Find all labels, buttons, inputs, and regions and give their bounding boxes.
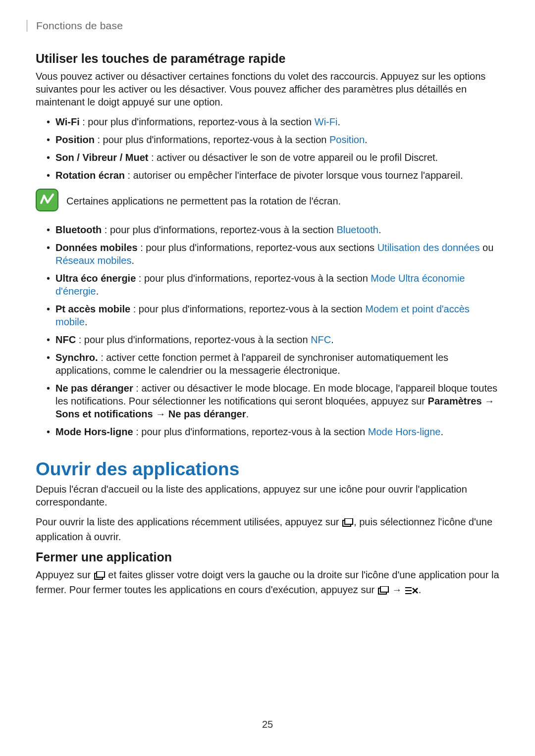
item-label: Rotation écran — [55, 170, 125, 181]
item-label: Bluetooth — [55, 224, 102, 235]
note-text: Certaines applications ne permettent pas… — [66, 189, 341, 207]
list-item: Rotation écran : autoriser ou empêcher l… — [47, 169, 499, 182]
page: Fonctions de base Utiliser les touches d… — [0, 0, 535, 756]
item-label: NFC — [55, 334, 76, 345]
note-icon — [36, 189, 58, 213]
item-text: : autoriser ou empêcher l'interface de p… — [125, 170, 463, 181]
item-text: : pour plus d'informations, reportez-vou… — [95, 134, 329, 145]
open-apps-paragraph-1: Depuis l'écran d'accueil ou la liste des… — [36, 483, 499, 508]
text-arrow: → — [389, 584, 405, 595]
svg-rect-6 — [380, 586, 388, 592]
list-item: Bluetooth : pour plus d'informations, re… — [47, 223, 499, 236]
text-fragment: . — [419, 584, 422, 595]
item-label: Position — [55, 134, 95, 145]
heading-quick-settings: Utiliser les touches de paramétrage rapi… — [36, 51, 499, 66]
item-end: . — [85, 316, 88, 327]
recent-apps-icon — [94, 571, 106, 582]
recent-apps-icon — [377, 586, 389, 597]
text-fragment: et faites glisser votre doigt vers la ga… — [36, 569, 499, 595]
list-quick-settings-1: Wi-Fi : pour plus d'informations, report… — [47, 115, 499, 182]
list-item: Synchro. : activer cette fonction permet… — [47, 351, 499, 377]
link-nfc[interactable]: NFC — [311, 334, 331, 345]
item-end: . — [96, 286, 99, 297]
list-item: NFC : pour plus d'informations, reportez… — [47, 333, 499, 346]
item-label: Ultra éco énergie — [55, 273, 136, 284]
link-airplane-mode[interactable]: Mode Hors-ligne — [368, 426, 441, 437]
intro-paragraph: Vous pouvez activer ou désactiver certai… — [36, 70, 499, 108]
running-head: Fonctions de base — [27, 20, 499, 32]
item-text: : pour plus d'informations, reportez-vou… — [138, 242, 377, 253]
item-mid: ou — [480, 242, 493, 253]
list-quick-settings-2: Bluetooth : pour plus d'informations, re… — [47, 223, 499, 438]
item-text: : pour plus d'informations, reportez-vou… — [102, 224, 336, 235]
item-label: Données mobiles — [55, 242, 138, 253]
item-text: : pour plus d'informations, reportez-vou… — [136, 273, 371, 284]
list-item: Position : pour plus d'informations, rep… — [47, 133, 499, 146]
link-bluetooth[interactable]: Bluetooth — [336, 224, 378, 235]
link-wifi[interactable]: Wi-Fi — [315, 116, 338, 127]
heading-open-apps: Ouvrir des applications — [36, 459, 499, 480]
list-item: Wi-Fi : pour plus d'informations, report… — [47, 115, 499, 128]
item-end: . — [131, 255, 134, 266]
close-all-icon — [405, 586, 419, 597]
svg-rect-4 — [97, 571, 105, 577]
item-label: Wi-Fi — [55, 116, 80, 127]
item-label: Pt accès mobile — [55, 303, 130, 314]
item-text: : pour plus d'informations, reportez-vou… — [133, 426, 368, 437]
open-apps-paragraph-2: Pour ouvrir la liste des applications ré… — [36, 515, 499, 543]
list-item: Pt accès mobile : pour plus d'informatio… — [47, 302, 499, 328]
page-number: 25 — [0, 719, 535, 730]
svg-rect-2 — [345, 518, 353, 524]
item-text: : activer ou désactiver le son de votre … — [148, 152, 438, 163]
item-label: Son / Vibreur / Muet — [55, 152, 148, 163]
item-end: . — [365, 134, 368, 145]
item-text: : pour plus d'informations, reportez-vou… — [130, 303, 365, 314]
link-data-usage[interactable]: Utilisation des données — [377, 242, 480, 253]
item-end: . — [246, 408, 249, 419]
link-position[interactable]: Position — [329, 134, 365, 145]
note-callout: Certaines applications ne permettent pas… — [36, 189, 499, 213]
text-fragment: Pour ouvrir la liste des applications ré… — [36, 516, 342, 527]
item-end: . — [337, 116, 340, 127]
item-label: Synchro. — [55, 352, 98, 363]
list-item: Ultra éco énergie : pour plus d'informat… — [47, 272, 499, 298]
item-end: . — [378, 224, 381, 235]
item-text: : pour plus d'informations, reportez-vou… — [80, 116, 315, 127]
link-mobile-networks[interactable]: Réseaux mobiles — [55, 255, 131, 266]
item-label: Mode Hors-ligne — [55, 426, 133, 437]
list-item: Son / Vibreur / Muet : activer ou désact… — [47, 151, 499, 164]
text-fragment: Appuyez sur — [36, 569, 94, 580]
heading-close-app: Fermer une application — [36, 550, 499, 564]
item-text: : activer cette fonction permet à l'appa… — [55, 352, 448, 376]
item-end: . — [440, 426, 443, 437]
close-app-paragraph: Appuyez sur et faites glisser votre doig… — [36, 568, 499, 598]
list-item: Ne pas déranger : activer ou désactiver … — [47, 382, 499, 420]
list-item: Données mobiles : pour plus d'informatio… — [47, 241, 499, 267]
item-text: : pour plus d'informations, reportez-vou… — [76, 334, 311, 345]
recent-apps-icon — [342, 518, 354, 529]
list-item: Mode Hors-ligne : pour plus d'informatio… — [47, 425, 499, 438]
item-end: . — [331, 334, 334, 345]
item-label: Ne pas déranger — [55, 383, 133, 394]
